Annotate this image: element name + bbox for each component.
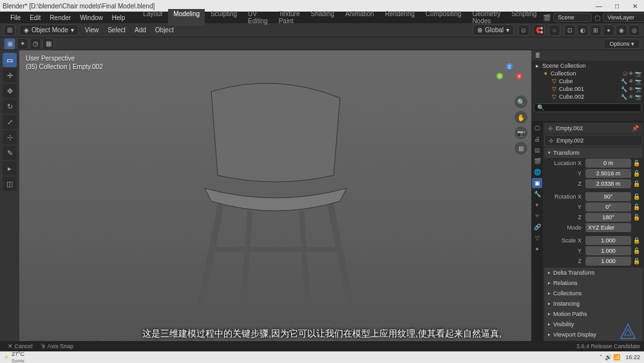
navigation-gizmo[interactable]: Z X Y bbox=[497, 63, 522, 89]
panel-transform-title[interactable]: Transform bbox=[544, 148, 643, 158]
orientation-dropdown[interactable]: ⊕ Global ▾ bbox=[473, 25, 514, 35]
tab-data[interactable]: ▽ bbox=[532, 233, 542, 243]
pivot-icon[interactable]: ⊙ bbox=[518, 25, 529, 36]
close-button[interactable]: ✕ bbox=[629, 3, 641, 10]
pin-icon[interactable]: 📌 bbox=[632, 125, 639, 132]
overlay-icon-3[interactable]: ▦ bbox=[43, 38, 54, 50]
scale-z-input[interactable]: 1.000 bbox=[585, 257, 631, 266]
options-dropdown[interactable]: Options ▾ bbox=[603, 39, 640, 49]
tab-layout[interactable]: Layout bbox=[138, 9, 167, 26]
tab-modeling[interactable]: Modeling bbox=[168, 9, 205, 26]
tab-uv-editing[interactable]: UV Editing bbox=[243, 9, 273, 26]
perspective-icon[interactable]: ⊞ bbox=[515, 142, 527, 155]
tab-rendering[interactable]: Rendering bbox=[380, 9, 420, 26]
viewport-3d[interactable]: User Perspective (35) Collection | Empty… bbox=[19, 50, 531, 351]
scale-x-input[interactable]: 1.000 bbox=[585, 236, 631, 245]
editor-type-icon[interactable]: ⊞ bbox=[4, 25, 15, 36]
tab-compositing[interactable]: Compositing bbox=[421, 9, 467, 26]
render-icon[interactable]: 📷 bbox=[635, 71, 641, 77]
rotation-x-input[interactable]: 90° bbox=[585, 192, 631, 201]
move-tool[interactable]: ✥ bbox=[3, 84, 17, 98]
rotation-mode-dropdown[interactable]: XYZ Euler bbox=[585, 223, 631, 232]
select-mode-icon[interactable]: ▣ bbox=[4, 38, 15, 50]
panel-motion-paths[interactable]: Motion Paths bbox=[544, 309, 643, 319]
scene-name-input[interactable] bbox=[553, 13, 592, 22]
cursor-tool[interactable]: ✛ bbox=[3, 68, 17, 83]
shading-solid-icon[interactable]: ● bbox=[603, 25, 614, 36]
shading-rendered-icon[interactable]: ◎ bbox=[629, 25, 640, 36]
menu-object[interactable]: Object bbox=[153, 25, 176, 35]
scale-y-input[interactable]: 1.000 bbox=[585, 246, 631, 255]
weather-widget[interactable]: ☀ 27°CSunny bbox=[4, 351, 24, 363]
visibility-icon[interactable]: ☑ bbox=[623, 71, 627, 77]
maximize-button[interactable]: □ bbox=[611, 3, 623, 10]
tree-item-cube002[interactable]: ▽ Cube.002 🔧👁📷 bbox=[534, 93, 641, 101]
tree-item-cube001[interactable]: ▽ Cube.001 🔧👁📷 bbox=[534, 85, 641, 93]
lock-icon[interactable]: 🔓 bbox=[632, 204, 640, 210]
modifier-icon[interactable]: 🔧 bbox=[621, 94, 627, 100]
tab-scripting[interactable]: Scripting bbox=[506, 9, 542, 26]
location-x-input[interactable]: 0 m bbox=[585, 159, 631, 168]
transform-tool[interactable]: ⊹ bbox=[3, 130, 17, 144]
eye-icon[interactable]: 👁 bbox=[629, 71, 634, 77]
rotation-z-input[interactable]: 180° bbox=[585, 213, 631, 222]
render-icon[interactable]: 📷 bbox=[635, 86, 641, 92]
eye-icon[interactable]: 👁 bbox=[629, 94, 634, 100]
tab-object[interactable]: ▣ bbox=[532, 178, 542, 188]
clock[interactable]: 16:22 bbox=[625, 354, 640, 360]
select-tool[interactable]: ▭ bbox=[3, 53, 17, 67]
menu-help[interactable]: Help bbox=[108, 13, 129, 23]
menu-view[interactable]: View bbox=[82, 25, 102, 35]
panel-collections[interactable]: Collections bbox=[544, 288, 643, 299]
shading-material-icon[interactable]: ◉ bbox=[616, 25, 627, 36]
menu-render[interactable]: Render bbox=[46, 13, 75, 23]
panel-relations[interactable]: Relations bbox=[544, 278, 643, 288]
overlay-icon[interactable]: ⊡ bbox=[564, 25, 576, 36]
tab-material[interactable]: ● bbox=[532, 244, 542, 254]
tab-texture-paint[interactable]: Texture Paint bbox=[274, 9, 305, 26]
tray-icons[interactable]: ˄ 🔊 📶 bbox=[600, 354, 620, 360]
axis-z-icon[interactable]: Z bbox=[506, 63, 513, 70]
annotate-tool[interactable]: ✎ bbox=[3, 146, 17, 160]
lock-icon[interactable]: 🔓 bbox=[632, 181, 640, 187]
camera-view-icon[interactable]: 📷 bbox=[515, 126, 527, 139]
shading-wire-icon[interactable]: ⊞ bbox=[590, 25, 601, 36]
tree-collection[interactable]: ▾ Collection ☑👁📷 bbox=[534, 70, 641, 77]
tab-output[interactable]: 🖨 bbox=[532, 134, 542, 144]
tab-particles[interactable]: ✦ bbox=[532, 200, 542, 210]
panel-delta-transform[interactable]: Delta Transform bbox=[544, 268, 643, 278]
rotation-y-input[interactable]: 0° bbox=[585, 202, 631, 211]
outliner-search[interactable]: 🔍 bbox=[534, 103, 641, 112]
render-icon[interactable]: 📷 bbox=[635, 79, 641, 84]
tab-viewlayer[interactable]: ▤ bbox=[532, 145, 542, 155]
render-icon[interactable]: 📷 bbox=[635, 94, 641, 100]
tree-scene-collection[interactable]: ▸ Scene Collection bbox=[534, 62, 641, 70]
tab-physics[interactable]: ⚛ bbox=[532, 211, 542, 221]
tab-render[interactable]: 🖵 bbox=[532, 123, 542, 133]
location-y-input[interactable]: 2.5016 m bbox=[585, 169, 631, 178]
tab-modifiers[interactable]: 🔧 bbox=[532, 189, 542, 199]
lock-icon[interactable]: 🔓 bbox=[632, 193, 640, 200]
scale-tool[interactable]: ⤢ bbox=[3, 115, 17, 129]
gizmo-icon[interactable]: ✦ bbox=[17, 38, 28, 50]
minimize-button[interactable]: — bbox=[592, 3, 605, 10]
location-z-input[interactable]: 2.0338 m bbox=[585, 179, 631, 188]
tab-sculpting[interactable]: Sculpting bbox=[205, 9, 242, 26]
proportional-icon[interactable]: ○ bbox=[549, 25, 560, 36]
lock-icon[interactable]: 🔓 bbox=[632, 248, 640, 254]
lock-icon[interactable]: 🔓 bbox=[632, 258, 640, 264]
tab-scene[interactable]: 🎬 bbox=[532, 156, 542, 166]
add-cube-tool[interactable]: ◫ bbox=[3, 177, 17, 191]
axis-y-icon[interactable]: Y bbox=[497, 73, 503, 79]
xray-icon[interactable]: ◐ bbox=[577, 25, 589, 36]
panel-instancing[interactable]: Instancing bbox=[544, 299, 643, 309]
viewlayer-name-input[interactable] bbox=[603, 13, 644, 22]
tree-item-cube[interactable]: ▽ Cube 🔧👁📷 bbox=[534, 77, 641, 85]
eye-icon[interactable]: 👁 bbox=[629, 79, 634, 84]
tab-world[interactable]: 🌐 bbox=[532, 167, 542, 177]
menu-edit[interactable]: Edit bbox=[26, 13, 44, 23]
measure-tool[interactable]: ▸ bbox=[3, 161, 17, 175]
menu-window[interactable]: Window bbox=[76, 13, 107, 23]
move-view-icon[interactable]: ✋ bbox=[515, 111, 527, 124]
lock-icon[interactable]: 🔓 bbox=[632, 170, 640, 177]
